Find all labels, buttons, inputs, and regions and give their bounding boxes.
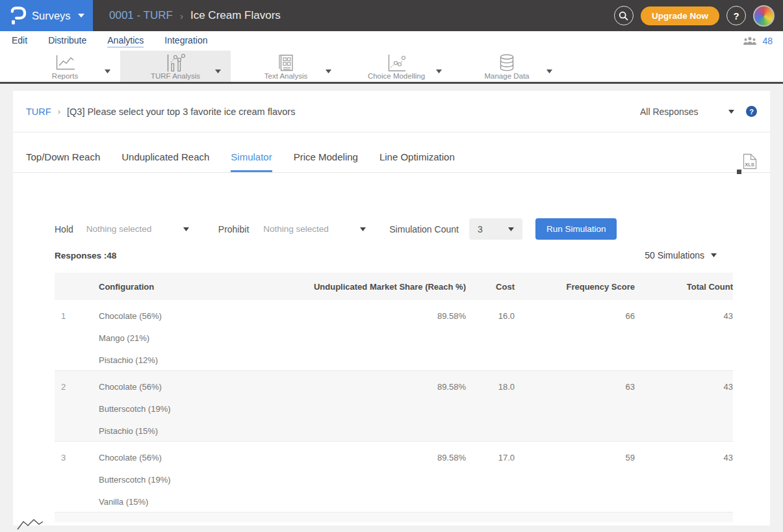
responses-filter-dropdown[interactable]: All Responses: [640, 107, 734, 117]
chevron-down-icon: [215, 64, 221, 76]
toolbar-item-text-analysis[interactable]: Text Analysis: [231, 51, 341, 82]
row-index: 3: [55, 453, 99, 462]
hold-label: Hold: [55, 224, 73, 234]
scatter-chart-icon: [387, 54, 406, 71]
row-cost: 18.0: [466, 382, 515, 392]
toolbar-item-label: TURF Analysis: [151, 72, 200, 80]
question-header-actions: All Responses ?: [640, 106, 757, 117]
flavor-item: Pistachio (15%): [99, 426, 261, 436]
chevron-down-icon: [728, 110, 734, 114]
nav-item-analytics[interactable]: Analytics: [107, 35, 144, 47]
simulation-count-value: 3: [478, 224, 483, 234]
row-total: 43: [635, 311, 733, 321]
nav-item-edit[interactable]: Edit: [12, 35, 27, 47]
chevron-down-icon: [436, 64, 442, 76]
column-cost: Cost: [466, 282, 515, 292]
line-chart-icon: [55, 54, 75, 71]
tab-price-modeling[interactable]: Price Modeling: [294, 151, 358, 172]
column-total-count: Total Count: [635, 282, 733, 292]
simulation-results-table: Configuration Unduplicated Market Share …: [55, 273, 733, 522]
respondent-count[interactable]: 48: [743, 36, 773, 46]
row-configuration: Chocolate (56%) Butterscotch (19%) Pista…: [99, 382, 261, 448]
row-index: 1: [55, 311, 99, 321]
flavor-item: Butterscotch (19%): [99, 404, 261, 414]
question-text: [Q3] Please select your top 3 favorite i…: [67, 107, 295, 117]
question-header-row: TURF › [Q3] Please select your top 3 fav…: [13, 91, 770, 133]
analytics-toolbar: Reports TURF Analysis Text Analysis Choi…: [0, 51, 783, 82]
xls-file-icon: XLS: [743, 153, 757, 170]
responses-count-label: Responses :48: [55, 251, 116, 260]
nav-item-distribute[interactable]: Distribute: [48, 35, 86, 47]
row-frequency: 59: [515, 453, 635, 462]
tab-top-down-reach[interactable]: Top/Down Reach: [26, 151, 100, 172]
turf-tabs: Top/Down Reach Unduplicated Reach Simula…: [13, 133, 770, 173]
simulator-panel: Hold Nothing selected Prohibit Nothing s…: [13, 218, 770, 522]
turf-link[interactable]: TURF: [26, 107, 51, 117]
breadcrumb-page-title: Ice Cream Flavors: [190, 9, 281, 22]
page-body: TURF › [Q3] Please select your top 3 fav…: [0, 84, 783, 526]
row-configuration: Chocolate (56%) Mango (21%) Pistachio (1…: [99, 311, 261, 377]
breadcrumb-survey-id[interactable]: 0001 - TURF: [109, 9, 173, 22]
document-grid-icon: [277, 54, 294, 71]
flavor-item: Vanilla (15%): [99, 497, 261, 507]
toolbar-item-reports[interactable]: Reports: [10, 51, 120, 82]
table-body: 1 Chocolate (56%) Mango (21%) Pistachio …: [55, 300, 733, 522]
hold-value: Nothing selected: [86, 224, 152, 234]
question-mark-icon: ?: [749, 108, 754, 116]
column-configuration: Configuration: [99, 282, 261, 292]
row-frequency: 63: [515, 382, 635, 392]
survey-nav: Edit Distribute Analytics Integration 48: [0, 31, 783, 51]
chevron-down-icon: [360, 227, 366, 231]
flavor-item: Chocolate (56%): [99, 382, 261, 392]
toolbar-item-manage-data[interactable]: Manage Data: [452, 51, 562, 82]
user-avatar[interactable]: [753, 5, 775, 27]
contextual-help-button[interactable]: ?: [746, 106, 757, 117]
surveys-menu[interactable]: Surveys: [0, 0, 93, 31]
run-simulation-button[interactable]: Run Simulation: [535, 218, 617, 240]
toolbar-item-turf-analysis[interactable]: TURF Analysis: [120, 51, 231, 82]
questionpro-logo-icon: [10, 6, 26, 25]
row-cost: 16.0: [466, 311, 515, 321]
breadcrumb-separator: ›: [180, 10, 183, 21]
simulations-filter-value: 50 Simulations: [645, 250, 704, 260]
question-mark-icon: ?: [733, 10, 739, 21]
hold-dropdown[interactable]: Nothing selected: [86, 224, 189, 234]
topbar-actions: Upgrade Now ?: [614, 5, 783, 27]
help-button[interactable]: ?: [726, 6, 746, 25]
tab-line-optimization[interactable]: Line Optimization: [379, 151, 455, 172]
row-reach: 89.58%: [261, 453, 466, 462]
row-total: 43: [635, 382, 733, 392]
table-row: 2 Chocolate (56%) Butterscotch (19%) Pis…: [55, 371, 733, 442]
chevron-down-icon: [78, 14, 84, 18]
tab-unduplicated-reach[interactable]: Unduplicated Reach: [122, 151, 209, 172]
top-bar: Surveys 0001 - TURF › Ice Cream Flavors …: [0, 0, 783, 31]
flavor-item: Chocolate (56%): [99, 311, 261, 321]
simulation-count-dropdown[interactable]: 3: [469, 218, 522, 240]
chevron-down-icon: [711, 253, 717, 257]
flavor-item: Mango (21%): [99, 333, 261, 343]
export-xls-button[interactable]: XLS: [743, 153, 757, 170]
column-reach: Unduplicated Market Share (Reach %): [261, 282, 466, 292]
flavor-item: Chocolate (56%): [99, 453, 261, 462]
row-frequency: 66: [515, 311, 635, 321]
tab-simulator[interactable]: Simulator: [231, 151, 272, 172]
nav-item-integration[interactable]: Integration: [164, 35, 207, 47]
flavor-item: Pistachio (12%): [99, 355, 261, 365]
turf-simulator-page: { "colors": { "brand_blue": "#3B7CD8", "…: [0, 0, 783, 532]
database-icon: [499, 54, 515, 71]
question-breadcrumb: TURF › [Q3] Please select your top 3 fav…: [26, 107, 295, 117]
upgrade-now-button[interactable]: Upgrade Now: [641, 6, 719, 25]
search-icon: [619, 11, 628, 21]
table-row: 3 Chocolate (56%) Butterscotch (19%) Van…: [55, 442, 733, 513]
toolbar-item-choice-modelling[interactable]: Choice Modelling: [341, 51, 452, 82]
row-configuration: Chocolate (56%) Butterscotch (19%) Vanil…: [99, 453, 261, 519]
chevron-down-icon: [546, 64, 552, 76]
row-reach: 89.58%: [261, 382, 466, 392]
prohibit-dropdown[interactable]: Nothing selected: [263, 224, 366, 234]
search-button[interactable]: [614, 6, 634, 25]
svg-text:XLS: XLS: [745, 162, 754, 168]
toolbar-item-label: Manage Data: [484, 72, 529, 80]
chevron-down-icon: [326, 64, 331, 76]
simulations-filter-dropdown[interactable]: 50 Simulations: [645, 250, 717, 260]
table-header-row: Configuration Unduplicated Market Share …: [55, 273, 733, 300]
